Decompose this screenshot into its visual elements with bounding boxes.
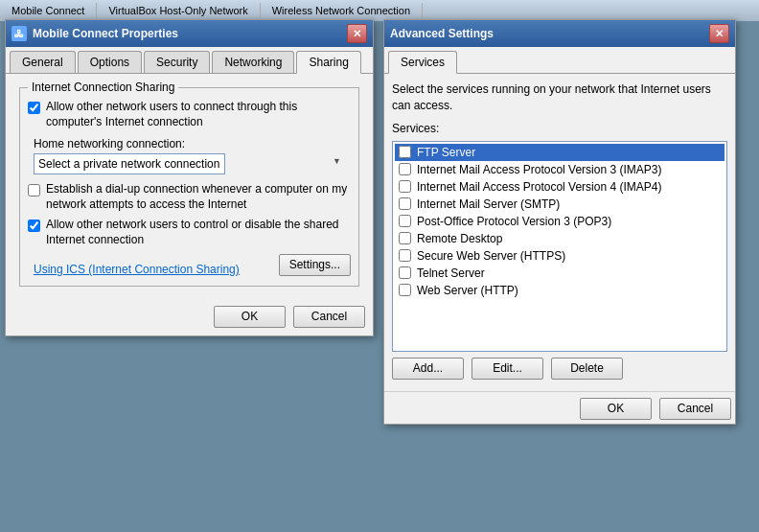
allow-connect-checkbox[interactable] <box>28 102 40 114</box>
advanced-close-button[interactable]: ✕ <box>709 24 729 43</box>
home-net-label: Home networking connection: <box>34 137 351 150</box>
service-telnet-checkbox[interactable] <box>399 266 411 279</box>
service-ftp-checkbox[interactable] <box>399 146 411 158</box>
service-imap4-label: Internet Mail Access Protocol Version 4 … <box>417 180 661 194</box>
service-remote-desktop-label: Remote Desktop <box>417 232 502 245</box>
service-ftp-label: FTP Server <box>417 146 475 159</box>
service-item-pop3[interactable]: Post-Office Protocol Version 3 (POP3) <box>395 213 724 230</box>
mobile-dialog-titlebar[interactable]: 🖧 Mobile Connect Properties ✕ <box>6 20 373 47</box>
allow-connect-row: Allow other network users to connect thr… <box>28 100 351 129</box>
advanced-ok-button[interactable]: OK <box>580 398 652 420</box>
service-https-label: Secure Web Server (HTTPS) <box>417 249 565 263</box>
advanced-settings-dialog: Advanced Settings ✕ Services Select the … <box>383 19 736 425</box>
edit-button[interactable]: Edit... <box>472 358 543 380</box>
service-item-remote-desktop[interactable]: Remote Desktop <box>395 230 724 247</box>
mobile-ok-button[interactable]: OK <box>214 306 286 328</box>
service-item-imap4[interactable]: Internet Mail Access Protocol Version 4 … <box>395 178 724 196</box>
service-smtp-checkbox[interactable] <box>399 197 411 210</box>
service-item-telnet[interactable]: Telnet Server <box>395 265 724 282</box>
service-pop3-checkbox[interactable] <box>399 215 411 227</box>
service-item-imap3[interactable]: Internet Mail Access Protocol Version 3 … <box>395 161 724 178</box>
dialup-row: Establish a dial-up connection whenever … <box>28 182 351 212</box>
allow-connect-label: Allow other network users to connect thr… <box>46 100 351 129</box>
service-http-checkbox[interactable] <box>399 284 411 296</box>
mobile-title-icon: 🖧 <box>12 26 27 41</box>
service-item-smtp[interactable]: Internet Mail Server (SMTP) <box>395 196 724 213</box>
tab-services[interactable]: Services <box>388 51 457 74</box>
service-smtp-label: Internet Mail Server (SMTP) <box>417 197 560 211</box>
advanced-tab-content: Select the services running on your netw… <box>384 74 735 387</box>
taskbar-item-virtualbox[interactable]: VirtualBox Host-Only Network <box>97 3 260 18</box>
mobile-close-button[interactable]: ✕ <box>347 24 367 43</box>
tab-options[interactable]: Options <box>78 51 142 73</box>
services-list: FTP Server Internet Mail Access Protocol… <box>392 141 727 352</box>
tab-security[interactable]: Security <box>144 51 210 73</box>
home-net-dropdown-row: Select a private network connection <box>34 153 345 174</box>
mobile-cancel-button[interactable]: Cancel <box>293 306 365 328</box>
service-item-http[interactable]: Web Server (HTTP) <box>395 282 724 299</box>
mobile-dialog-content: Internet Connection Sharing Allow other … <box>6 74 373 300</box>
service-pop3-label: Post-Office Protocol Version 3 (POP3) <box>417 215 611 228</box>
mobile-connect-dialog: 🖧 Mobile Connect Properties ✕ General Op… <box>5 19 374 336</box>
home-net-dropdown[interactable]: Select a private network connection <box>34 153 225 174</box>
service-https-checkbox[interactable] <box>399 249 411 262</box>
advanced-dialog-footer: OK Cancel <box>384 391 735 424</box>
control-label: Allow other network users to control or … <box>46 218 351 247</box>
ics-group-box: Internet Connection Sharing Allow other … <box>19 87 359 287</box>
control-checkbox[interactable] <box>28 220 40 232</box>
mobile-tab-strip: General Options Security Networking Shar… <box>6 47 373 74</box>
settings-button[interactable]: Settings... <box>279 254 351 276</box>
ics-link[interactable]: Using ICS (Internet Connection Sharing) <box>34 263 240 276</box>
services-label: Services: <box>392 122 727 135</box>
advanced-dialog-titlebar[interactable]: Advanced Settings ✕ <box>384 20 735 47</box>
dialup-checkbox[interactable] <box>28 184 40 197</box>
advanced-dialog-title: Advanced Settings <box>390 27 709 40</box>
add-button[interactable]: Add... <box>392 358 464 380</box>
service-telnet-label: Telnet Server <box>417 266 485 280</box>
advanced-cancel-button[interactable]: Cancel <box>659 398 731 420</box>
group-box-label: Internet Connection Sharing <box>28 81 178 94</box>
tab-sharing[interactable]: Sharing <box>296 51 360 74</box>
delete-button[interactable]: Delete <box>551 358 623 380</box>
service-http-label: Web Server (HTTP) <box>417 284 518 297</box>
service-item-https[interactable]: Secure Web Server (HTTPS) <box>395 247 724 265</box>
taskbar-item-mobile[interactable]: Mobile Connect <box>0 3 97 18</box>
home-net-dropdown-wrapper: Select a private network connection <box>34 153 345 174</box>
tab-general[interactable]: General <box>10 51 76 73</box>
taskbar-item-wireless[interactable]: Wireless Network Connection <box>261 3 423 18</box>
service-remote-desktop-checkbox[interactable] <box>399 232 411 244</box>
advanced-tab-strip: Services <box>384 47 735 74</box>
service-imap4-checkbox[interactable] <box>399 180 411 193</box>
service-item-ftp[interactable]: FTP Server <box>395 144 724 161</box>
tab-networking[interactable]: Networking <box>212 51 294 73</box>
mobile-dialog-title: Mobile Connect Properties <box>33 27 347 40</box>
services-description: Select the services running on your netw… <box>392 81 727 114</box>
advanced-action-buttons: Add... Edit... Delete <box>392 358 727 380</box>
service-imap3-label: Internet Mail Access Protocol Version 3 … <box>417 163 661 176</box>
service-imap3-checkbox[interactable] <box>399 163 411 175</box>
taskbar: Mobile Connect VirtualBox Host-Only Netw… <box>0 0 759 21</box>
control-row: Allow other network users to control or … <box>28 218 351 247</box>
dialup-label: Establish a dial-up connection whenever … <box>46 182 351 212</box>
mobile-dialog-footer: OK Cancel <box>6 300 373 335</box>
